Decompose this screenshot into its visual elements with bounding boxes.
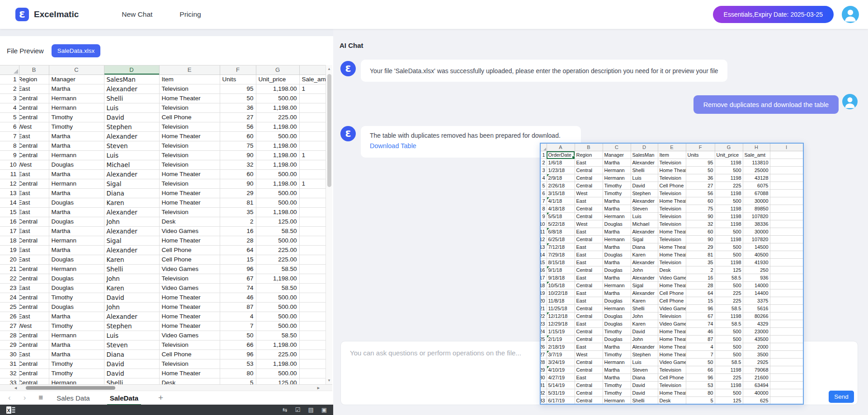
column-header-F[interactable]: F	[220, 65, 256, 75]
cell-F12[interactable]: 90	[220, 179, 256, 189]
cell-B8[interactable]: Central	[19, 141, 49, 151]
row-header-27[interactable]: 27	[0, 322, 19, 331]
column-header-C[interactable]: C	[49, 65, 104, 75]
cell-G22[interactable]: 1,198.00	[256, 274, 299, 284]
cell-H11[interactable]	[299, 170, 326, 179]
cell-H24[interactable]	[299, 293, 326, 303]
row-header-31[interactable]: 31	[0, 359, 19, 369]
cell-F32[interactable]: 80	[220, 369, 256, 378]
cell-B18[interactable]: Central	[19, 236, 49, 246]
cell-G3[interactable]: 500.00	[256, 94, 299, 103]
row-header-29[interactable]: 29	[0, 340, 19, 350]
row-header-11[interactable]: 11	[0, 170, 19, 179]
cell-F30[interactable]: 96	[220, 350, 256, 359]
cell-D8[interactable]: Steven	[104, 141, 159, 151]
cell-D24[interactable]: David	[104, 293, 159, 303]
tasks-icon[interactable]: ☑	[295, 406, 301, 413]
row-header-7[interactable]: 7	[0, 132, 19, 141]
cell-E12[interactable]: Television	[159, 179, 220, 189]
cell-E5[interactable]: Cell Phone	[159, 113, 220, 122]
cell-H32[interactable]	[299, 369, 326, 378]
cell-C1[interactable]: Manager	[49, 75, 104, 84]
cell-G17[interactable]: 58.50	[256, 227, 299, 236]
cell-D20[interactable]: Karen	[104, 255, 159, 265]
cell-G2[interactable]: 1,198.00	[256, 84, 299, 94]
cell-F18[interactable]: 28	[220, 236, 256, 246]
row-header-20[interactable]: 20	[0, 255, 19, 265]
row-header-5[interactable]: 5	[0, 113, 19, 122]
cell-C28[interactable]: Hermann	[49, 331, 104, 340]
cell-E22[interactable]: Television	[159, 274, 220, 284]
cell-B4[interactable]: Central	[19, 103, 49, 113]
vertical-scroll-thumb[interactable]	[327, 74, 331, 187]
cell-C26[interactable]: Martha	[49, 312, 104, 322]
cell-D15[interactable]: Alexander	[104, 208, 159, 217]
cell-D2[interactable]: Alexander	[104, 84, 159, 94]
cell-F9[interactable]: 90	[220, 151, 256, 160]
cell-G30[interactable]: 225.00	[256, 350, 299, 359]
cell-F28[interactable]: 50	[220, 331, 256, 340]
download-table-link[interactable]: Download Table	[370, 142, 416, 149]
cell-B14[interactable]: East	[19, 198, 49, 208]
cell-H13[interactable]	[299, 189, 326, 198]
row-header-6[interactable]: 6	[0, 122, 19, 132]
cell-C27[interactable]: Timothy	[49, 322, 104, 331]
cell-F10[interactable]: 32	[220, 160, 256, 170]
cell-F20[interactable]: 15	[220, 255, 256, 265]
cell-B27[interactable]: West	[19, 322, 49, 331]
cell-E7[interactable]: Home Theater	[159, 132, 220, 141]
cell-B20[interactable]: East	[19, 255, 49, 265]
row-header-17[interactable]: 17	[0, 227, 19, 236]
result-table-preview[interactable]: ABCDEFGHI1OrderDateRegionManagerSalesMan…	[540, 143, 804, 405]
cell-G14[interactable]: 500.00	[256, 198, 299, 208]
cell-B16[interactable]: Central	[19, 217, 49, 227]
cell-B11[interactable]: East	[19, 170, 49, 179]
cell-H10[interactable]	[299, 160, 326, 170]
cell-E13[interactable]: Home Theater	[159, 189, 220, 198]
row-header-10[interactable]: 10	[0, 160, 19, 170]
cell-E17[interactable]: Video Games	[159, 227, 220, 236]
cell-B7[interactable]: East	[19, 132, 49, 141]
cell-C33[interactable]: Hermann	[49, 378, 104, 385]
row-header-16[interactable]: 16	[0, 217, 19, 227]
cell-H31[interactable]	[299, 359, 326, 369]
cell-B29[interactable]: Central	[19, 340, 49, 350]
sheet-next-icon[interactable]: ›	[24, 393, 26, 402]
cell-C2[interactable]: Martha	[49, 84, 104, 94]
cell-F29[interactable]: 66	[220, 340, 256, 350]
cell-D21[interactable]: Shelli	[104, 265, 159, 274]
cell-H22[interactable]	[299, 274, 326, 284]
cell-E23[interactable]: Video Games	[159, 284, 220, 293]
row-header-32[interactable]: 32	[0, 369, 19, 378]
cell-C3[interactable]: Hermann	[49, 94, 104, 103]
window-icon[interactable]: ▣	[321, 406, 327, 413]
cell-E31[interactable]: Television	[159, 359, 220, 369]
cell-G8[interactable]: 1,198.00	[256, 141, 299, 151]
cell-D19[interactable]: Alexander	[104, 246, 159, 255]
cell-G21[interactable]: 58.50	[256, 265, 299, 274]
cell-D3[interactable]: Shelli	[104, 94, 159, 103]
cell-G23[interactable]: 58.50	[256, 284, 299, 293]
cell-B13[interactable]: East	[19, 189, 49, 198]
cell-H1[interactable]: Sale_amt	[299, 75, 326, 84]
cell-E4[interactable]: Television	[159, 103, 220, 113]
cell-G25[interactable]: 500.00	[256, 303, 299, 312]
cell-E8[interactable]: Television	[159, 141, 220, 151]
cell-C14[interactable]: Douglas	[49, 198, 104, 208]
vertical-scrollbar[interactable]: ▲ ▼	[326, 65, 332, 384]
row-header-4[interactable]: 4	[0, 103, 19, 113]
columns-icon[interactable]: ▤	[308, 406, 313, 413]
cell-G16[interactable]: 125.00	[256, 217, 299, 227]
cell-C18[interactable]: Hermann	[49, 236, 104, 246]
cell-D28[interactable]: Luis	[104, 331, 159, 340]
cell-H21[interactable]	[299, 265, 326, 274]
cell-D25[interactable]: John	[104, 303, 159, 312]
row-header-14[interactable]: 14	[0, 198, 19, 208]
cell-G4[interactable]: 1,198.00	[256, 103, 299, 113]
cell-C23[interactable]: Douglas	[49, 284, 104, 293]
row-header-19[interactable]: 19	[0, 246, 19, 255]
cell-F26[interactable]: 4	[220, 312, 256, 322]
cell-D18[interactable]: Sigal	[104, 236, 159, 246]
cell-G20[interactable]: 225.00	[256, 255, 299, 265]
cell-B31[interactable]: Central	[19, 359, 49, 369]
